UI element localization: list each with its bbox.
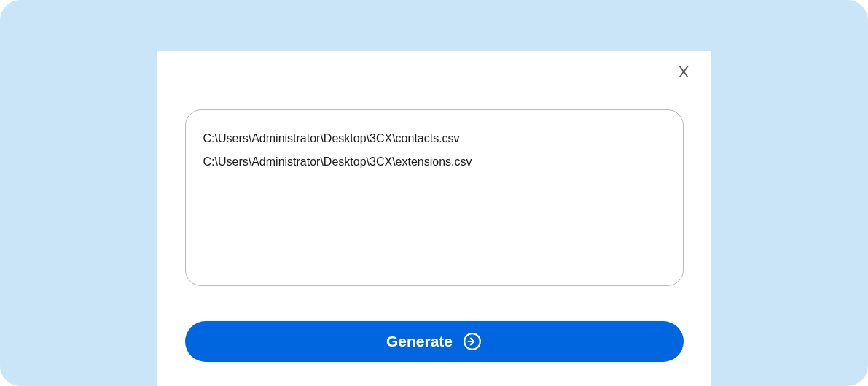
arrow-right-circle-icon: [463, 332, 482, 351]
page-background: X C:\Users\Administrator\Desktop\3CX\con…: [0, 0, 868, 386]
generate-button-label: Generate: [386, 333, 453, 350]
file-path-item: C:\Users\Administrator\Desktop\3CX\exten…: [203, 154, 665, 170]
dialog-panel: X C:\Users\Administrator\Desktop\3CX\con…: [157, 51, 711, 386]
generate-button[interactable]: Generate: [185, 321, 684, 362]
close-button[interactable]: X: [679, 64, 689, 80]
file-path-item: C:\Users\Administrator\Desktop\3CX\conta…: [203, 131, 665, 147]
file-list-container: C:\Users\Administrator\Desktop\3CX\conta…: [185, 109, 684, 286]
